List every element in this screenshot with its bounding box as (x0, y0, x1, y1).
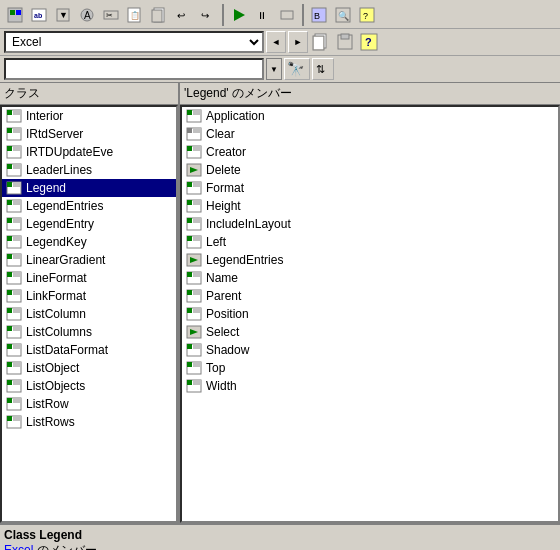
paste-icon-btn[interactable] (334, 31, 356, 53)
list-item[interactable]: Top (182, 359, 558, 377)
list-item[interactable]: IRtdServer (2, 125, 176, 143)
svg-text:B: B (314, 11, 320, 21)
svg-rect-36 (7, 110, 12, 115)
list-item[interactable]: LineFormat (2, 269, 176, 287)
list-item[interactable]: LeaderLines (2, 161, 176, 179)
toolbar-icon-7[interactable] (148, 4, 170, 26)
svg-text:▼: ▼ (59, 10, 68, 20)
toolbar-icon-run[interactable] (228, 4, 250, 26)
list-item[interactable]: IRTDUpdateEve (2, 143, 176, 161)
class-list[interactable]: Interior IRtdServer IRTDUpdateEve Leader… (0, 105, 178, 523)
list-item[interactable]: ListObjects (2, 377, 176, 395)
search-input[interactable] (6, 62, 262, 76)
toolbar-icon-11[interactable] (276, 4, 298, 26)
toolbar-icon-12[interactable]: B (308, 4, 330, 26)
list-item[interactable]: Shadow (182, 341, 558, 359)
list-item[interactable]: Interior (2, 107, 176, 125)
list-item[interactable]: Name (182, 269, 558, 287)
class-label: IRTDUpdateEve (26, 145, 113, 159)
member-icon (186, 162, 202, 178)
list-item[interactable]: LinkFormat (2, 287, 176, 305)
list-item[interactable]: ListColumns (2, 323, 176, 341)
svg-rect-90 (187, 110, 192, 115)
copy-icon-btn[interactable] (310, 31, 332, 53)
search-btn[interactable]: 🔭 (284, 58, 310, 80)
class-icon (6, 378, 22, 394)
toolbar-icon-10[interactable]: ⏸ (252, 4, 274, 26)
list-item[interactable]: Select (182, 323, 558, 341)
list-item[interactable]: Parent (182, 287, 558, 305)
list-item[interactable]: Height (182, 197, 558, 215)
svg-rect-72 (7, 326, 12, 331)
svg-rect-78 (7, 362, 12, 367)
toolbar-row2: Excel ◄ ► ? (0, 29, 560, 56)
list-item[interactable]: ListColumn (2, 305, 176, 323)
toolbar-icon-1[interactable] (4, 4, 26, 26)
svg-rect-129 (187, 362, 192, 367)
svg-rect-64 (13, 272, 21, 277)
member-icon (186, 324, 202, 340)
excel-link[interactable]: Excel (4, 543, 33, 551)
class-label: LinearGradient (26, 253, 105, 267)
excel-combo[interactable]: Excel (6, 34, 262, 50)
toolbar-icon-2[interactable]: ab (28, 4, 50, 26)
svg-rect-28 (314, 37, 323, 49)
list-item[interactable]: Creator (182, 143, 558, 161)
svg-rect-93 (187, 128, 192, 133)
toolbar-icon-8[interactable]: ↩ (172, 4, 194, 26)
list-item[interactable]: ListRow (2, 395, 176, 413)
svg-rect-61 (13, 254, 21, 259)
list-item[interactable]: LinearGradient (2, 251, 176, 269)
toolbar-icon-4[interactable]: A (76, 4, 98, 26)
nav-prev-btn[interactable]: ◄ (266, 31, 286, 53)
list-item[interactable]: ListDataFormat (2, 341, 176, 359)
member-icon (186, 270, 202, 286)
nav-next-btn[interactable]: ► (288, 31, 308, 53)
svg-rect-46 (13, 164, 21, 169)
toolbar-icon-5[interactable]: ✂ (100, 4, 122, 26)
svg-text:↪: ↪ (201, 10, 209, 21)
member-label: Creator (206, 145, 246, 159)
toolbar-icon-14[interactable]: ? (356, 4, 378, 26)
toolbar-icon-3[interactable]: ▼ (52, 4, 74, 26)
list-item[interactable]: ListRows (2, 413, 176, 431)
list-item[interactable]: LegendKey (2, 233, 176, 251)
svg-rect-84 (7, 398, 12, 403)
toolbar-icon-6[interactable]: 📋 (124, 4, 146, 26)
search-combo-arrow[interactable]: ▼ (266, 58, 282, 80)
toolbar-icon-9[interactable]: ↪ (196, 4, 218, 26)
toolbar-icon-13[interactable]: 🔍 (332, 4, 354, 26)
svg-rect-67 (13, 290, 21, 295)
svg-text:?: ? (365, 36, 372, 48)
member-label: Application (206, 109, 265, 123)
member-icon (186, 252, 202, 268)
list-item[interactable]: Position (182, 305, 558, 323)
class-icon (6, 234, 22, 250)
sep2 (302, 4, 304, 26)
member-label: Delete (206, 163, 241, 177)
list-item[interactable]: LegendEntries (182, 251, 558, 269)
list-item[interactable]: LegendEntry (2, 215, 176, 233)
sort-btn[interactable]: ⇅ (312, 58, 334, 80)
list-item[interactable]: Legend (2, 179, 176, 197)
list-item[interactable]: IncludeInLayout (182, 215, 558, 233)
help-icon-btn[interactable]: ? (358, 31, 380, 53)
list-item[interactable]: Clear (182, 125, 558, 143)
class-label: LegendKey (26, 235, 87, 249)
svg-rect-116 (193, 272, 201, 277)
svg-rect-76 (13, 344, 21, 349)
list-item[interactable]: LegendEntries (2, 197, 176, 215)
list-item[interactable]: Left (182, 233, 558, 251)
member-icon (186, 216, 202, 232)
member-icon (186, 342, 202, 358)
list-item[interactable]: Application (182, 107, 558, 125)
class-icon (6, 270, 22, 286)
svg-rect-115 (187, 272, 192, 277)
member-list[interactable]: Application Clear Creator Delete Format … (180, 105, 560, 523)
class-icon (6, 252, 22, 268)
list-item[interactable]: Width (182, 377, 558, 395)
list-item[interactable]: ListObject (2, 359, 176, 377)
list-item[interactable]: Delete (182, 161, 558, 179)
svg-rect-40 (13, 128, 21, 133)
list-item[interactable]: Format (182, 179, 558, 197)
